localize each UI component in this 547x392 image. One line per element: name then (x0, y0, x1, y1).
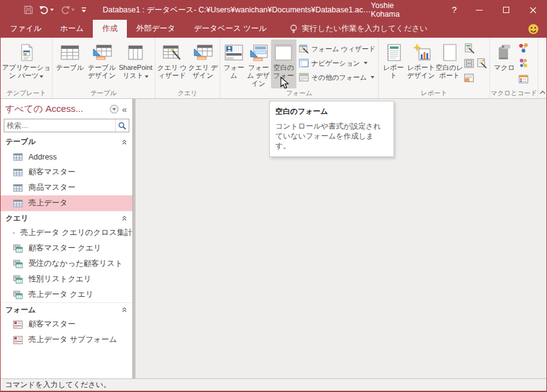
nav-item-query[interactable]: 売上データ クエリ (1, 287, 132, 302)
nav-item-form[interactable]: 売上データ サブフォーム (1, 332, 132, 347)
shutter-close-icon[interactable]: « (119, 104, 130, 114)
group-label-templates: テンプレート (1, 88, 52, 98)
report-design-button[interactable]: レポート デザイン (407, 40, 436, 88)
redo-button (60, 6, 75, 14)
form-design-icon (249, 41, 269, 64)
query-object-icon (13, 260, 23, 268)
close-button[interactable] (520, 0, 546, 20)
nav-item-table[interactable]: 顧客マスター (1, 164, 132, 180)
visual-basic-icon (518, 74, 529, 84)
form-object-icon (13, 320, 23, 329)
table-button[interactable]: テーブル (54, 40, 86, 88)
navigation-button[interactable]: ナビゲーション (299, 57, 376, 69)
section-collapse-icon (121, 307, 127, 313)
slip-wizard-icon (464, 74, 475, 83)
nav-section-queries[interactable]: クエリ (1, 211, 132, 225)
sharepoint-lists-icon (126, 41, 145, 64)
nav-section-tables[interactable]: テーブル (1, 135, 132, 149)
tab-database-tools[interactable]: データベース ツール (184, 20, 276, 38)
undo-button[interactable] (39, 6, 54, 14)
search-button[interactable] (115, 119, 129, 132)
maximize-button[interactable] (493, 0, 519, 20)
group-queries: クエリ ウィザード クエリ デザイン クエリ (155, 38, 220, 98)
nav-item-table[interactable]: 商品マスター (1, 180, 132, 195)
sharepoint-lists-button[interactable]: SharePoint リスト (118, 40, 153, 88)
table-design-button[interactable]: テーブル デザイン (86, 40, 118, 88)
module-button[interactable] (518, 43, 529, 56)
group-templates: アプリケーション パーツ テンプレート (1, 38, 53, 98)
signed-in-user[interactable]: Yoshie Kohama (371, 1, 421, 19)
search-input[interactable] (4, 121, 115, 130)
nav-menu-dropdown-icon[interactable] (110, 104, 119, 114)
navigation-pane: すべての Access... « テーブル Address 顧客マスター (1, 99, 133, 378)
visual-basic-button[interactable] (518, 74, 529, 87)
group-tables: テーブル テーブル デザイン SharePoint リスト テーブル (53, 38, 155, 98)
blank-report-button[interactable]: 空白のレポート (435, 40, 463, 88)
tab-external-data[interactable]: 外部データ (127, 20, 184, 38)
group-label-tables: テーブル (53, 88, 155, 98)
postcard-wizard-button[interactable] (476, 58, 487, 71)
tell-me-box[interactable]: 実行したい作業を入力してください (290, 20, 428, 38)
minimize-button[interactable] (466, 0, 493, 20)
tab-file[interactable]: ファイル (1, 20, 51, 38)
query-design-button[interactable]: クエリ デザイン (187, 40, 218, 88)
form-design-button[interactable]: フォーム デザイン (246, 40, 271, 88)
report-wizard-button[interactable] (464, 43, 475, 56)
search-icon (118, 122, 126, 130)
more-forms-button[interactable]: その他のフォーム (299, 71, 376, 83)
access-window: Database1 : データベース- C:¥Users¥wanichan¥Do… (0, 0, 547, 392)
tell-me-label: 実行したい作業を入力してください (302, 23, 428, 34)
class-module-button[interactable] (518, 58, 529, 71)
forms-small-buttons: フォーム ウィザード ナビゲーション その他のフォーム (296, 40, 377, 83)
undo-dropdown-icon[interactable] (50, 9, 54, 11)
table-object-icon (13, 168, 23, 177)
macro-button[interactable]: マクロ (491, 40, 517, 88)
nav-item-table-selected[interactable]: 売上データ (1, 195, 132, 211)
form-button[interactable]: フォーム (222, 40, 246, 88)
labels-button[interactable] (464, 59, 475, 70)
query-object-icon (13, 244, 23, 253)
group-macros-code: マクロ マクロとコード (490, 38, 538, 98)
tab-home[interactable]: ホーム (51, 20, 93, 38)
tab-create[interactable]: 作成 (93, 20, 127, 38)
nav-item-crosstab-query[interactable]: 売上データ クエリのクロス集計 (1, 225, 132, 241)
nav-item-table[interactable]: Address (1, 149, 132, 164)
nav-search-box (4, 119, 129, 132)
query-wizard-button[interactable]: クエリ ウィザード (157, 40, 187, 88)
form-object-icon (13, 336, 23, 344)
close-icon (530, 7, 536, 14)
ribbon-tab-row: ファイル ホーム 作成 外部データ データベース ツール 実行したい作業を入力し… (1, 20, 546, 38)
navigation-icon (299, 58, 309, 68)
feedback-smiley-icon[interactable] (528, 20, 539, 38)
dropdown-arrow-icon (145, 75, 149, 78)
nav-section-forms[interactable]: フォーム (1, 302, 132, 317)
form-wizard-button[interactable]: フォーム ウィザード (299, 43, 376, 55)
collapse-ribbon-icon[interactable] (539, 90, 546, 95)
tooltip-body: コントロールや書式が設定されていないフォームを作成します。 (275, 121, 388, 151)
crosstab-query-icon (13, 229, 15, 237)
application-parts-button[interactable]: アプリケーション パーツ (2, 40, 51, 88)
customize-qat-icon[interactable] (81, 7, 87, 13)
redo-dropdown-icon (71, 9, 75, 11)
more-forms-icon (299, 72, 309, 82)
table-object-icon (13, 199, 23, 208)
query-object-icon (13, 291, 23, 299)
report-icon (385, 41, 402, 64)
nav-item-query[interactable]: 性別リストクエリ (1, 271, 132, 287)
nav-pane-header[interactable]: すべての Access... « (1, 99, 132, 117)
nav-item-query[interactable]: 受注のなかった顧客リスト (1, 256, 132, 271)
macro-icon (495, 41, 514, 64)
nav-item-form[interactable]: 顧客マスター (1, 317, 132, 332)
save-icon[interactable] (24, 6, 33, 14)
table-icon (59, 41, 80, 64)
nav-pane-title[interactable]: すべての Access... (5, 103, 110, 115)
query-object-icon (13, 275, 23, 284)
help-button[interactable]: ? (442, 5, 466, 15)
module-icon (518, 43, 529, 53)
blank-report-icon (441, 41, 458, 64)
report-button[interactable]: レポート (380, 40, 407, 88)
nav-item-query[interactable]: 顧客マスター クエリ (1, 241, 132, 256)
mouse-cursor (280, 77, 290, 93)
title-bar: Database1 : データベース- C:¥Users¥wanichan¥Do… (1, 0, 546, 20)
slip-wizard-button[interactable] (464, 74, 475, 85)
